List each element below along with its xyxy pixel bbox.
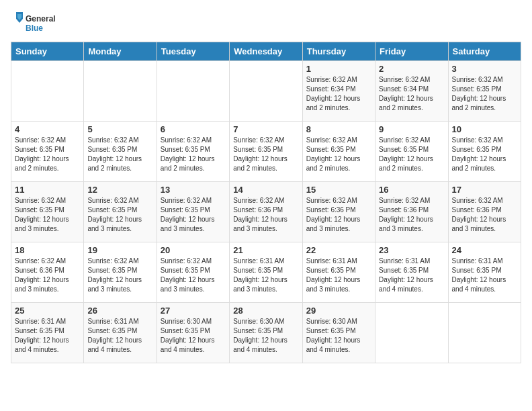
day-info: Sunrise: 6:32 AM Sunset: 6:35 PM Dayligh… [87,196,152,234]
day-number: 15 [306,185,371,195]
calendar-cell: 8Sunrise: 6:32 AM Sunset: 6:35 PM Daylig… [302,122,375,182]
calendar-cell: 15Sunrise: 6:32 AM Sunset: 6:36 PM Dayli… [302,182,375,242]
day-number: 8 [306,124,371,134]
logo-svg: General Blue [11,11,64,36]
day-info: Sunrise: 6:30 AM Sunset: 6:35 PM Dayligh… [161,317,226,355]
calendar-cell: 4Sunrise: 6:32 AM Sunset: 6:35 PM Daylig… [11,122,84,182]
calendar-cell: 1Sunrise: 6:32 AM Sunset: 6:34 PM Daylig… [302,61,375,122]
calendar-cell: 5Sunrise: 6:32 AM Sunset: 6:35 PM Daylig… [84,122,157,182]
day-info: Sunrise: 6:32 AM Sunset: 6:35 PM Dayligh… [161,196,226,234]
day-number: 21 [233,245,298,255]
day-number: 12 [87,185,152,195]
day-info: Sunrise: 6:32 AM Sunset: 6:35 PM Dayligh… [15,136,80,173]
calendar-cell: 11Sunrise: 6:32 AM Sunset: 6:35 PM Dayli… [11,182,84,242]
calendar-cell [448,303,521,363]
calendar-cell: 19Sunrise: 6:32 AM Sunset: 6:35 PM Dayli… [84,242,157,303]
day-number: 28 [233,306,298,316]
calendar-cell: 17Sunrise: 6:32 AM Sunset: 6:36 PM Dayli… [448,182,521,242]
calendar-cell [11,61,84,122]
day-info: Sunrise: 6:32 AM Sunset: 6:35 PM Dayligh… [161,257,226,294]
day-info: Sunrise: 6:32 AM Sunset: 6:35 PM Dayligh… [379,136,444,173]
day-info: Sunrise: 6:32 AM Sunset: 6:35 PM Dayligh… [87,136,152,173]
calendar-cell: 26Sunrise: 6:31 AM Sunset: 6:35 PM Dayli… [84,303,157,363]
calendar-cell: 21Sunrise: 6:31 AM Sunset: 6:35 PM Dayli… [230,242,302,303]
calendar-cell: 10Sunrise: 6:32 AM Sunset: 6:35 PM Dayli… [448,122,521,182]
calendar-cell: 16Sunrise: 6:32 AM Sunset: 6:36 PM Dayli… [375,182,448,242]
header-day-thursday: Thursday [302,42,375,61]
calendar-cell [375,303,448,363]
day-info: Sunrise: 6:30 AM Sunset: 6:35 PM Dayligh… [233,317,298,355]
day-number: 24 [452,245,517,255]
day-info: Sunrise: 6:32 AM Sunset: 6:35 PM Dayligh… [15,196,80,234]
day-number: 22 [306,245,371,255]
calendar-cell: 2Sunrise: 6:32 AM Sunset: 6:34 PM Daylig… [375,61,448,122]
day-info: Sunrise: 6:30 AM Sunset: 6:35 PM Dayligh… [306,317,371,355]
calendar-cell: 22Sunrise: 6:31 AM Sunset: 6:35 PM Dayli… [302,242,375,303]
calendar-cell: 7Sunrise: 6:32 AM Sunset: 6:35 PM Daylig… [230,122,302,182]
day-number: 26 [87,306,152,316]
logo: General Blue [11,11,64,36]
day-info: Sunrise: 6:31 AM Sunset: 6:35 PM Dayligh… [379,257,444,294]
day-info: Sunrise: 6:32 AM Sunset: 6:36 PM Dayligh… [306,196,371,234]
day-number: 5 [87,124,152,134]
header-row: SundayMondayTuesdayWednesdayThursdayFrid… [11,42,521,61]
calendar-cell [157,61,229,122]
day-number: 14 [233,185,298,195]
day-info: Sunrise: 6:32 AM Sunset: 6:35 PM Dayligh… [452,75,517,113]
day-number: 16 [379,185,444,195]
day-number: 27 [161,306,226,316]
week-row-1: 1Sunrise: 6:32 AM Sunset: 6:34 PM Daylig… [11,61,521,122]
calendar-cell: 29Sunrise: 6:30 AM Sunset: 6:35 PM Dayli… [302,303,375,363]
day-info: Sunrise: 6:32 AM Sunset: 6:36 PM Dayligh… [15,257,80,294]
calendar-cell: 13Sunrise: 6:32 AM Sunset: 6:35 PM Dayli… [157,182,229,242]
day-info: Sunrise: 6:32 AM Sunset: 6:36 PM Dayligh… [379,196,444,234]
svg-text:General: General [26,14,56,24]
day-number: 17 [452,185,517,195]
day-info: Sunrise: 6:31 AM Sunset: 6:35 PM Dayligh… [306,257,371,294]
day-number: 10 [452,124,517,134]
day-number: 2 [379,64,444,74]
header: General Blue [11,11,521,36]
calendar-cell: 24Sunrise: 6:31 AM Sunset: 6:35 PM Dayli… [448,242,521,303]
day-number: 4 [15,124,80,134]
header-day-saturday: Saturday [448,42,521,61]
day-info: Sunrise: 6:32 AM Sunset: 6:35 PM Dayligh… [233,136,298,173]
day-number: 3 [452,64,517,74]
day-info: Sunrise: 6:32 AM Sunset: 6:36 PM Dayligh… [233,196,298,234]
day-info: Sunrise: 6:32 AM Sunset: 6:35 PM Dayligh… [161,136,226,173]
calendar-cell: 25Sunrise: 6:31 AM Sunset: 6:35 PM Dayli… [11,303,84,363]
week-row-2: 4Sunrise: 6:32 AM Sunset: 6:35 PM Daylig… [11,122,521,182]
day-number: 20 [161,245,226,255]
day-info: Sunrise: 6:32 AM Sunset: 6:34 PM Dayligh… [306,75,371,113]
day-info: Sunrise: 6:31 AM Sunset: 6:35 PM Dayligh… [233,257,298,294]
calendar-cell: 12Sunrise: 6:32 AM Sunset: 6:35 PM Dayli… [84,182,157,242]
calendar-cell: 23Sunrise: 6:31 AM Sunset: 6:35 PM Dayli… [375,242,448,303]
day-number: 18 [15,245,80,255]
day-info: Sunrise: 6:32 AM Sunset: 6:35 PM Dayligh… [452,136,517,173]
calendar-table: SundayMondayTuesdayWednesdayThursdayFrid… [11,42,521,363]
calendar-cell: 20Sunrise: 6:32 AM Sunset: 6:35 PM Dayli… [157,242,229,303]
day-info: Sunrise: 6:31 AM Sunset: 6:35 PM Dayligh… [87,317,152,355]
day-number: 13 [161,185,226,195]
day-number: 25 [15,306,80,316]
header-day-friday: Friday [375,42,448,61]
day-info: Sunrise: 6:32 AM Sunset: 6:36 PM Dayligh… [452,196,517,234]
calendar-cell: 27Sunrise: 6:30 AM Sunset: 6:35 PM Dayli… [157,303,229,363]
header-day-sunday: Sunday [11,42,84,61]
calendar-cell: 18Sunrise: 6:32 AM Sunset: 6:36 PM Dayli… [11,242,84,303]
header-day-wednesday: Wednesday [230,42,302,61]
day-info: Sunrise: 6:31 AM Sunset: 6:35 PM Dayligh… [15,317,80,355]
calendar-cell: 9Sunrise: 6:32 AM Sunset: 6:35 PM Daylig… [375,122,448,182]
day-number: 19 [87,245,152,255]
calendar-cell: 28Sunrise: 6:30 AM Sunset: 6:35 PM Dayli… [230,303,302,363]
header-day-tuesday: Tuesday [157,42,229,61]
week-row-4: 18Sunrise: 6:32 AM Sunset: 6:36 PM Dayli… [11,242,521,303]
day-info: Sunrise: 6:32 AM Sunset: 6:34 PM Dayligh… [379,75,444,113]
week-row-3: 11Sunrise: 6:32 AM Sunset: 6:35 PM Dayli… [11,182,521,242]
day-number: 29 [306,306,371,316]
week-row-5: 25Sunrise: 6:31 AM Sunset: 6:35 PM Dayli… [11,303,521,363]
calendar-cell: 6Sunrise: 6:32 AM Sunset: 6:35 PM Daylig… [157,122,229,182]
calendar-cell: 14Sunrise: 6:32 AM Sunset: 6:36 PM Dayli… [230,182,302,242]
svg-text:Blue: Blue [26,24,43,33]
day-number: 7 [233,124,298,134]
